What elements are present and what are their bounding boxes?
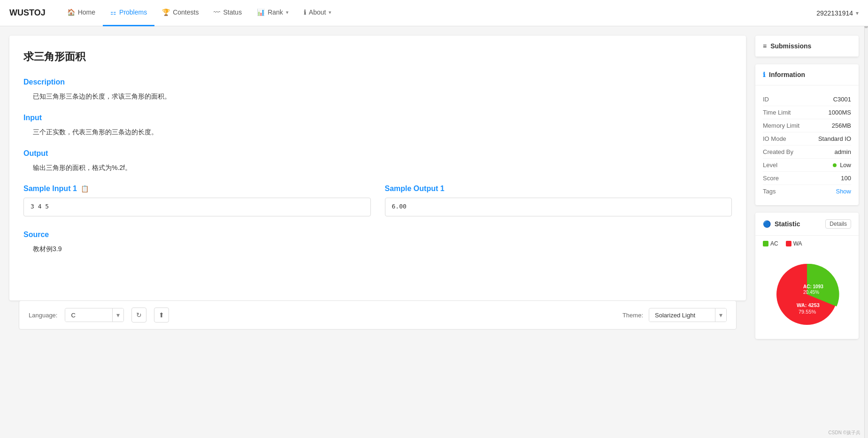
language-dropdown-arrow: ▾ (112, 308, 123, 322)
rank-icon: 📊 (257, 8, 265, 16)
description-heading: Description (23, 78, 732, 86)
sample-input-block: Sample Input 1 📋 3 4 5 (23, 184, 371, 216)
language-select[interactable]: C ▾ (65, 308, 124, 322)
about-dropdown-arrow: ▾ (329, 9, 331, 15)
rank-dropdown-arrow: ▾ (286, 9, 289, 15)
tags-show-link[interactable]: Show (836, 188, 851, 195)
scrollbar[interactable] (864, 0, 868, 348)
sample-input-header: Sample Input 1 📋 (23, 184, 371, 193)
problem-area: 求三角形面积 Description 已知三角形三条边的长度，求该三角形的面积。… (9, 36, 746, 339)
info-row-timelimit: Time Limit 1000MS (763, 106, 851, 119)
description-section: Description 已知三角形三条边的长度，求该三角形的面积。 (23, 78, 732, 102)
about-icon: ℹ (304, 8, 306, 16)
level-dot (833, 163, 837, 167)
sample-output-label: Sample Output 1 (385, 184, 445, 193)
info-row-score: Score 100 (763, 172, 851, 185)
ac-pct: 20.45% (803, 290, 819, 295)
menu-icon: ≡ (763, 42, 767, 50)
ac-label: AC: 1093 (803, 284, 823, 289)
submissions-header: ≡ Submissions (755, 36, 859, 57)
theme-value: Solarized Light (649, 309, 715, 322)
nav-contests[interactable]: 🏆 Contests (154, 0, 206, 26)
upload-button[interactable]: ⬆ (154, 307, 169, 323)
information-card: ℹ Information ID C3001 Time Limit 1000MS… (755, 64, 859, 205)
submissions-card: ≡ Submissions (755, 36, 859, 57)
statistic-header: 🔵 Statistic Details (755, 213, 859, 236)
input-heading: Input (23, 114, 732, 122)
nav-about[interactable]: ℹ About ▾ (296, 0, 339, 26)
statistic-card: 🔵 Statistic Details AC WA (755, 213, 859, 339)
info-row-id: ID C3001 (763, 93, 851, 106)
status-icon: 〰 (214, 8, 220, 16)
legend-wa: WA (786, 240, 802, 247)
upload-icon: ⬆ (159, 311, 164, 319)
sample-row: Sample Input 1 📋 3 4 5 Sample Output 1 6… (23, 184, 732, 216)
info-row-level: Level Low (763, 159, 851, 172)
input-body: 三个正实数，代表三角形的三条边的长度。 (23, 127, 732, 138)
ac-legend-dot (763, 241, 768, 246)
nav-status[interactable]: 〰 Status (206, 0, 249, 26)
statistic-title: 🔵 Statistic (763, 220, 800, 228)
nav-home[interactable]: 🏠 Home (60, 0, 103, 26)
source-heading: Source (23, 231, 732, 239)
copy-icon[interactable]: 📋 (81, 185, 89, 192)
problems-icon: ⚏ (110, 8, 116, 16)
sample-output-block: Sample Output 1 6.00 (385, 184, 732, 216)
sample-output-header: Sample Output 1 (385, 184, 732, 193)
description-body: 已知三角形三条边的长度，求该三角形的面积。 (23, 91, 732, 102)
refresh-icon: ↻ (136, 311, 142, 319)
info-row-memorylimit: Memory Limit 256MB (763, 119, 851, 132)
theme-label: Theme: (622, 312, 643, 319)
sample-input-value: 3 4 5 (23, 198, 371, 216)
details-button[interactable]: Details (825, 219, 851, 229)
refresh-button[interactable]: ↻ (131, 307, 146, 323)
statistic-legend: AC WA (755, 236, 859, 250)
information-body: ID C3001 Time Limit 1000MS Memory Limit … (755, 85, 859, 205)
info-circle-icon: ℹ (763, 71, 765, 78)
brand: WUSTOJ (9, 8, 46, 18)
theme-section: Theme: Solarized Light ▾ (622, 308, 727, 322)
legend-ac: AC (763, 240, 778, 247)
info-row-tags: Tags Show (763, 185, 851, 198)
info-row-createdby: Created By admin (763, 146, 851, 159)
language-value: C (65, 309, 112, 322)
home-icon: 🏠 (67, 8, 75, 16)
pie-chart-container: AC: 1093 20.45% WA: 4253 79.55% (755, 250, 859, 339)
wa-pct: 79.55% (799, 309, 816, 315)
theme-select[interactable]: Solarized Light ▾ (649, 308, 727, 322)
pie-chart: AC: 1093 20.45% WA: 4253 79.55% (765, 254, 849, 330)
statistic-icon: 🔵 (763, 220, 771, 228)
sample-input-label: Sample Input 1 (23, 184, 77, 193)
language-label: Language: (29, 312, 57, 319)
info-row-iomode: IO Mode Standard IO (763, 132, 851, 146)
output-section: Output 输出三角形的面积，格式为%.2f。 (23, 149, 732, 174)
source-body: 教材例3.9 (23, 244, 732, 255)
output-heading: Output (23, 149, 732, 158)
nav-rank[interactable]: 📊 Rank ▾ (249, 0, 296, 26)
problem-title: 求三角形面积 (23, 50, 732, 64)
source-section: Source 教材例3.9 (23, 231, 732, 255)
sidebar: ≡ Submissions ℹ Information ID C3001 Tim… (755, 36, 859, 339)
information-header: ℹ Information (755, 64, 859, 85)
output-body: 输出三角形的面积，格式为%.2f。 (23, 162, 732, 174)
nav-items: 🏠 Home ⚏ Problems 🏆 Contests 〰 Status 📊 … (60, 0, 816, 26)
problem-container: 求三角形面积 Description 已知三角形三条边的长度，求该三角形的面积。… (9, 36, 746, 300)
bottom-bar: Language: C ▾ ↻ ⬆ Theme: Solarized Light… (19, 300, 737, 330)
main-content: 求三角形面积 Description 已知三角形三条边的长度，求该三角形的面积。… (0, 26, 868, 348)
navbar-user[interactable]: 2922131914 ▾ (816, 9, 859, 17)
theme-dropdown-arrow: ▾ (715, 308, 726, 322)
nav-problems[interactable]: ⚏ Problems (103, 0, 154, 26)
input-section: Input 三个正实数，代表三角形的三条边的长度。 (23, 114, 732, 138)
navbar: WUSTOJ 🏠 Home ⚏ Problems 🏆 Contests 〰 St… (0, 0, 868, 26)
contests-icon: 🏆 (162, 8, 170, 16)
sample-output-value: 6.00 (385, 198, 732, 216)
wa-label: WA: 4253 (797, 302, 820, 308)
wa-legend-dot (786, 241, 791, 246)
user-dropdown-arrow: ▾ (856, 10, 859, 16)
